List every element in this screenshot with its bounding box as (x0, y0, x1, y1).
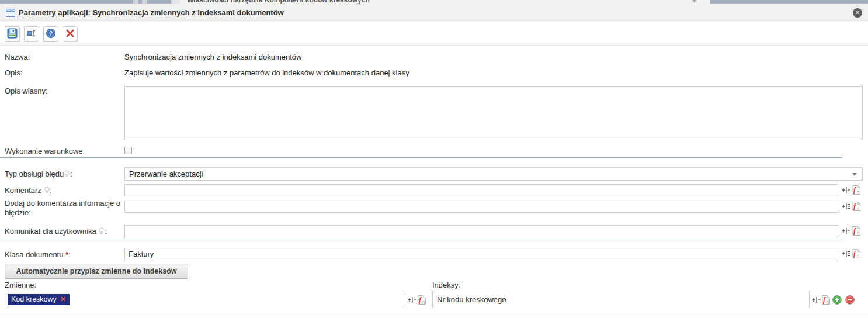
delete-x-icon (65, 29, 75, 40)
nazwa-label: Nazwa: (5, 53, 124, 62)
formula-editor-icon[interactable]: f{} (852, 226, 861, 237)
remove-row-icon[interactable] (845, 295, 855, 306)
hint-bulb-icon (64, 170, 70, 180)
delete-button[interactable] (63, 26, 78, 42)
zmienne-field[interactable]: Kod kreskowy✕ (5, 292, 405, 307)
save-icon (7, 28, 18, 40)
opis-label: Opis: (5, 68, 124, 78)
chip-remove-icon[interactable]: ✕ (60, 295, 66, 303)
indeksy-label: Indeksy: (432, 281, 460, 289)
typ-obslugi-bledu-selected-value: Przerwanie akceptacji (129, 170, 203, 178)
formula-editor-icon[interactable]: f{} (852, 249, 861, 260)
dialog-title: Parametry aplikacji: Synchronizacja zmie… (19, 4, 284, 22)
hint-bulb-icon (99, 227, 104, 237)
dialog-bottom-edge (0, 316, 868, 316)
insert-variable-icon[interactable] (842, 186, 851, 196)
insert-variable-icon[interactable] (842, 202, 851, 212)
rename-icon (26, 28, 37, 40)
wykonanie-warunkowe-checkbox[interactable] (124, 147, 132, 154)
komentarz-label: Komentarz : (5, 186, 124, 196)
close-icon[interactable]: ✕ (853, 8, 862, 18)
formula-editor-icon[interactable]: f{} (821, 295, 831, 306)
typ-obslugi-bledu-label: Typ obsługi błędu: (5, 170, 124, 180)
chevron-down-icon (852, 173, 857, 176)
zmienne-label: Zmienne: (5, 281, 36, 289)
help-button[interactable]: ? (43, 26, 58, 42)
help-icon: ? (46, 28, 56, 40)
add-row-icon[interactable] (832, 295, 842, 306)
variable-chip: Kod kreskowy✕ (8, 294, 70, 305)
komentarz-input[interactable] (124, 184, 839, 196)
rename-button[interactable] (24, 26, 39, 42)
formula-editor-icon[interactable]: f{} (852, 202, 861, 213)
komunikat-input[interactable] (124, 225, 839, 237)
komunikat-label: Komunikat dla użytkownika : (5, 227, 124, 237)
nazwa-value: Synchronizacja zmiennych z indeksami dok… (124, 53, 301, 61)
klasa-dokumentu-input[interactable] (124, 248, 839, 260)
dodaj-do-komentarza-label: Dodaj do komentarza informacje o błędzie… (5, 199, 124, 217)
app-parameters-dialog: Właściwości narzędzia Komponent kodów kr… (0, 0, 868, 318)
variable-chip-label: Kod kreskowy (11, 295, 57, 303)
svg-text:?: ? (49, 30, 53, 37)
toolbar: ? (0, 22, 868, 46)
dialog-header: Parametry aplikacji: Synchronizacja zmie… (0, 4, 868, 22)
section-divider (0, 157, 842, 158)
insert-variable-icon[interactable] (812, 296, 821, 306)
opis-wlasny-textarea[interactable] (124, 86, 863, 139)
formula-editor-icon[interactable]: f{} (852, 185, 861, 196)
indeksy-input[interactable] (432, 292, 810, 307)
typ-obslugi-bledu-select[interactable]: Przerwanie akceptacji (124, 167, 863, 181)
insert-variable-icon[interactable] (842, 227, 851, 237)
hint-bulb-icon (44, 186, 50, 196)
formula-editor-icon[interactable]: f{} (417, 295, 426, 306)
insert-variable-icon[interactable] (408, 296, 417, 306)
auto-assign-button[interactable]: Automatycznie przypisz zmienne do indeks… (5, 264, 188, 279)
opis-wlasny-label: Opis własny: (5, 87, 124, 96)
klasa-dokumentu-label: Klasa dokumentu *: (5, 250, 124, 260)
opis-value: Zapisuje wartości zmiennych z parametrów… (124, 68, 409, 77)
wykonanie-warunkowe-label: Wykonanie warunkowe: (5, 147, 124, 156)
table-icon (6, 9, 15, 19)
dodaj-do-komentarza-input[interactable] (124, 201, 839, 213)
insert-variable-icon[interactable] (842, 250, 851, 260)
section-divider (0, 238, 842, 239)
save-button[interactable] (5, 26, 20, 42)
